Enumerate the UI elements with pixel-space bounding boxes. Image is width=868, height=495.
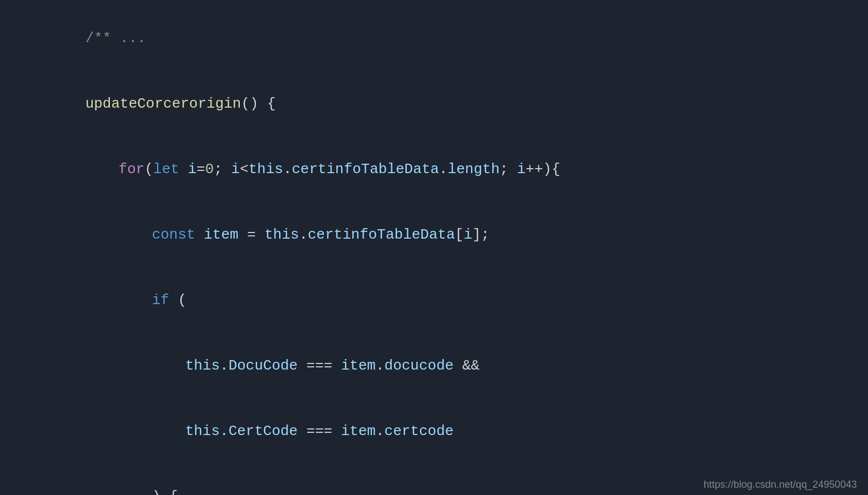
num-0: 0 <box>205 161 214 178</box>
footer-url: https://blog.csdn.net/qq_24950043 <box>704 479 857 491</box>
keyword-let: let <box>153 161 179 178</box>
comment-start: /** ... <box>85 30 146 47</box>
keyword-for: for <box>119 161 145 178</box>
code-editor: /** ... updateCorcerorigin() { for(let i… <box>0 0 868 495</box>
prop-length: length <box>448 161 500 178</box>
code-line-docucode-check: this.DocuCode === item.docucode && <box>0 333 868 398</box>
code-line-certcode-check: this.CertCode === item.certcode <box>0 398 868 464</box>
prop-CertCode: CertCode <box>229 423 298 440</box>
keyword-const: const <box>152 226 195 243</box>
prop-docucode: docucode <box>385 357 454 374</box>
code-line-if-open: if ( <box>0 267 868 333</box>
var-i: i <box>188 161 196 178</box>
prop-certinfoTableData: certinfoTableData <box>292 161 439 178</box>
code-line-const-item: const item = this.certinfoTableData[i]; <box>0 202 868 267</box>
fn-name: updateCorcerorigin <box>85 95 241 112</box>
prop-certcode: certcode <box>385 423 454 440</box>
code-line-for-loop: for(let i=0; i<this.certinfoTableData.le… <box>0 137 868 202</box>
keyword-if: if <box>152 292 169 309</box>
var-item: item <box>204 226 238 243</box>
prop-DocuCode: DocuCode <box>229 357 298 374</box>
code-line-comment-start: /** ... <box>0 6 868 71</box>
code-line-fn-def: updateCorcerorigin() { <box>0 71 868 137</box>
